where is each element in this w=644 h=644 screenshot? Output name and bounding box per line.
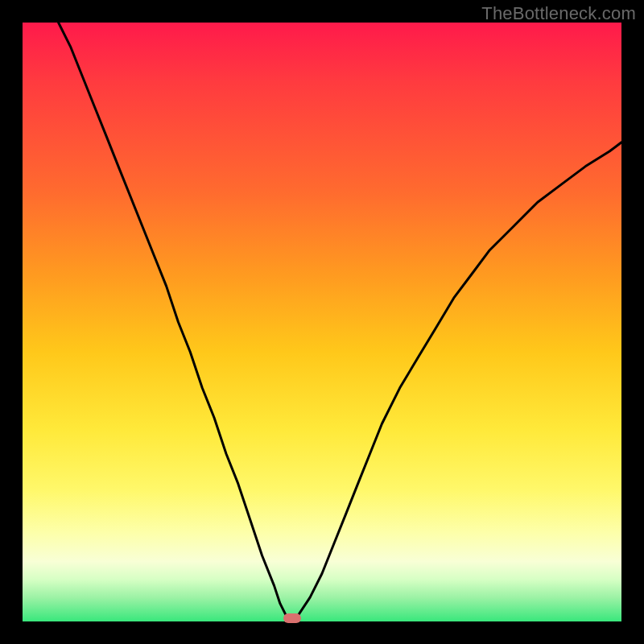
plot-area	[23, 23, 621, 621]
watermark-text: TheBottleneck.com	[481, 3, 636, 24]
curve-svg	[23, 23, 621, 621]
bottleneck-curve	[59, 23, 621, 618]
optimal-marker	[283, 613, 301, 623]
chart-frame: TheBottleneck.com	[0, 0, 644, 644]
